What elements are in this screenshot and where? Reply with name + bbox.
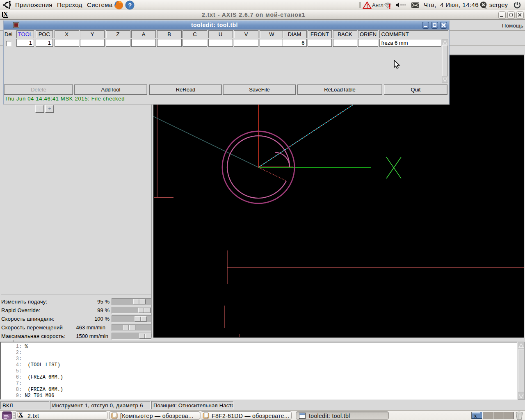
svg-text:?: ?: [128, 2, 132, 9]
